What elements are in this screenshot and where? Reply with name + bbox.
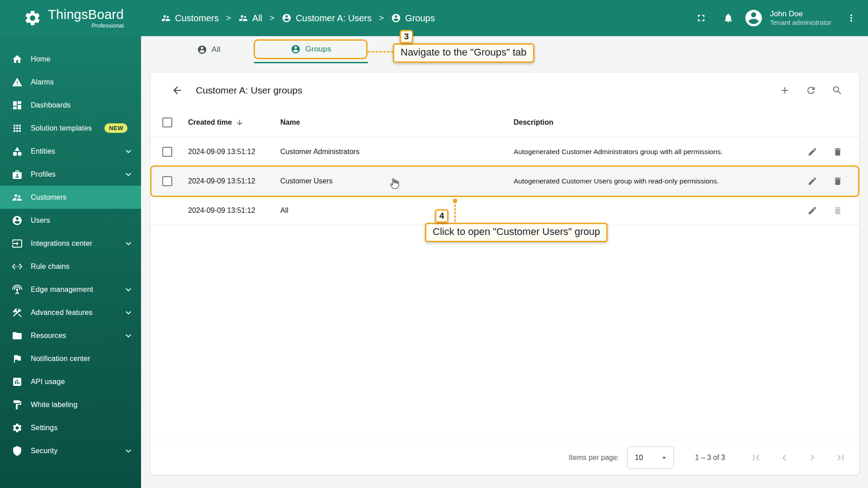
table-row[interactable]: 2024-09-09 13:51:12 Customer Administrat… xyxy=(151,137,859,167)
user-avatar[interactable] xyxy=(744,8,764,28)
sidebar-item-users[interactable]: Users xyxy=(0,209,141,232)
edit-icon[interactable] xyxy=(807,147,817,157)
warning-icon xyxy=(12,77,23,88)
tab-all[interactable]: All xyxy=(173,36,245,63)
sidebar-item-label: Settings xyxy=(31,424,57,432)
fullscreen-icon[interactable] xyxy=(696,13,707,23)
sidebar-item-profiles[interactable]: Profiles xyxy=(0,163,141,186)
gear-icon xyxy=(12,422,23,433)
sidebar-item-label: Users xyxy=(31,216,50,225)
breadcrumb-all[interactable]: All xyxy=(238,13,262,23)
sidebar-item-integrations-center[interactable]: Integrations center xyxy=(0,232,141,255)
chevron-down-icon xyxy=(123,330,134,341)
sidebar-item-label: Home xyxy=(31,55,50,63)
column-description[interactable]: Description xyxy=(514,118,791,127)
chevron-down-icon xyxy=(123,169,134,180)
sidebar-item-label: Rule chains xyxy=(31,263,70,271)
more-vert-icon[interactable] xyxy=(846,13,857,23)
chart-icon xyxy=(12,376,23,387)
sidebar-item-home[interactable]: Home xyxy=(0,47,141,70)
user-role: Tenant administrator xyxy=(770,19,838,27)
sidebar-item-label: Security xyxy=(31,447,57,455)
sidebar-item-label: Profiles xyxy=(31,170,56,178)
chevron-down-icon xyxy=(123,307,134,318)
sidebar-item-label: Notification center xyxy=(31,355,90,363)
sidebar-item-label: API usage xyxy=(31,378,65,386)
app-logo[interactable]: ThingsBoard Professional xyxy=(0,8,141,28)
edit-icon[interactable] xyxy=(807,176,817,186)
rule-chain-icon xyxy=(12,261,23,272)
table-row-customer-users[interactable]: 2024-09-09 13:51:12 Customer Users Autog… xyxy=(151,167,859,196)
add-group-icon[interactable] xyxy=(779,85,790,96)
card-header: Customer A: User groups xyxy=(151,73,859,108)
customers-group-icon xyxy=(161,13,171,23)
next-page-icon[interactable] xyxy=(807,452,818,464)
previous-page-icon[interactable] xyxy=(778,452,790,464)
chevron-down-icon xyxy=(123,446,134,456)
items-per-page-select[interactable]: 10 xyxy=(627,446,674,469)
breadcrumb-customer-a-users[interactable]: Customer A: Users xyxy=(282,13,372,23)
breadcrumb-label: Customers xyxy=(175,13,219,23)
sidebar-item-rule-chains[interactable]: Rule chains xyxy=(0,255,141,278)
sidebar-item-api-usage[interactable]: API usage xyxy=(0,370,141,393)
first-page-icon[interactable] xyxy=(750,452,762,464)
thingsboard-logo-icon xyxy=(24,9,42,27)
breadcrumb-customers[interactable]: Customers xyxy=(161,13,219,23)
sidebar-item-alarms[interactable]: Alarms xyxy=(0,70,141,94)
chevron-down-icon xyxy=(123,146,134,157)
main-content: All Groups Customer A: User groups xyxy=(141,36,868,488)
row-checkbox[interactable] xyxy=(162,176,172,186)
tab-label: All xyxy=(212,45,221,54)
customers-group-icon xyxy=(12,192,23,203)
sidebar-item-settings[interactable]: Settings xyxy=(0,416,141,439)
sidebar-item-label: Advanced features xyxy=(31,309,93,317)
select-all-checkbox[interactable] xyxy=(162,117,172,127)
delete-icon[interactable] xyxy=(833,147,843,157)
column-created-time[interactable]: Created time xyxy=(188,118,232,127)
sidebar-item-advanced-features[interactable]: Advanced features xyxy=(0,301,141,324)
breadcrumb-groups[interactable]: Groups xyxy=(391,13,435,23)
search-icon[interactable] xyxy=(832,85,843,96)
sidebar-item-resources[interactable]: Resources xyxy=(0,324,141,347)
category-icon xyxy=(12,146,23,157)
edit-icon[interactable] xyxy=(807,206,817,216)
sidebar-item-label: Edge management xyxy=(31,286,93,294)
entity-tabs: All Groups xyxy=(141,36,868,63)
sidebar-item-label: Entities xyxy=(31,147,55,155)
sidebar-item-label: Resources xyxy=(31,332,66,340)
antenna-icon xyxy=(12,284,23,295)
sidebar-item-customers[interactable]: Customers xyxy=(0,186,141,209)
home-icon xyxy=(12,54,23,65)
pagination-range: 1 – 3 of 3 xyxy=(695,454,725,462)
sidebar-item-label: Integrations center xyxy=(31,239,92,248)
cell-name: Customer Administrators xyxy=(280,148,514,156)
sidebar-item-solution-templates[interactable]: Solution templates NEW xyxy=(0,117,141,140)
sidebar-item-notification-center[interactable]: Notification center xyxy=(0,347,141,370)
sidebar-item-entities[interactable]: Entities xyxy=(0,140,141,163)
breadcrumb-label: Customer A: Users xyxy=(296,13,372,23)
chevron-down-icon xyxy=(123,238,134,249)
row-checkbox[interactable] xyxy=(162,147,172,157)
sidebar-item-security[interactable]: Security xyxy=(0,439,141,462)
tab-groups[interactable]: Groups xyxy=(254,36,368,63)
refresh-icon[interactable] xyxy=(806,85,816,96)
items-per-page-value: 10 xyxy=(635,454,643,462)
person-icon xyxy=(391,13,401,23)
dropdown-caret-icon xyxy=(659,453,669,463)
sidebar-item-dashboards[interactable]: Dashboards xyxy=(0,94,141,117)
sidebar-item-white-labeling[interactable]: White labeling xyxy=(0,393,141,416)
notifications-bell-icon[interactable] xyxy=(723,13,734,23)
delete-icon-disabled[interactable] xyxy=(833,206,843,216)
flag-icon xyxy=(12,353,23,364)
dashboard-icon xyxy=(12,100,23,111)
delete-icon[interactable] xyxy=(833,176,843,186)
chevron-down-icon xyxy=(123,284,134,295)
column-name[interactable]: Name xyxy=(280,118,514,127)
back-arrow-icon[interactable] xyxy=(171,84,183,96)
app-edition: Professional xyxy=(48,23,124,28)
sidebar-item-edge-management[interactable]: Edge management xyxy=(0,278,141,301)
person-icon xyxy=(12,215,23,226)
table-row[interactable]: 2024-09-09 13:51:12 All xyxy=(151,196,859,225)
last-page-icon[interactable] xyxy=(835,452,846,464)
breadcrumb-label: All xyxy=(252,13,262,23)
